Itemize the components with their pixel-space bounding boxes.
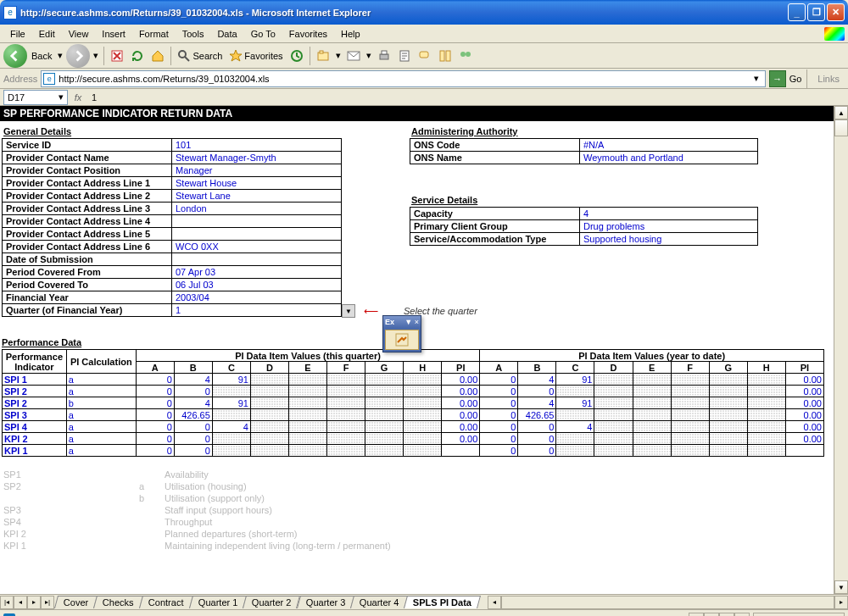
sheet-tab[interactable]: Quarter 2 <box>243 596 300 608</box>
perf-cell[interactable]: 0.00 <box>442 397 480 409</box>
field-value[interactable]: London <box>172 203 342 215</box>
perf-cell[interactable] <box>212 445 250 457</box>
perf-cell[interactable] <box>288 386 326 397</box>
perf-cell[interactable] <box>633 433 671 445</box>
perf-cell[interactable]: 0 <box>136 421 174 433</box>
perf-cell[interactable]: 91 <box>212 397 250 409</box>
perf-cell[interactable]: 0 <box>518 445 556 457</box>
perf-cell[interactable]: 0.00 <box>442 433 480 445</box>
perf-cell[interactable]: 0.00 <box>442 421 480 433</box>
perf-cell[interactable]: 0.00 <box>785 374 823 386</box>
perf-cell[interactable] <box>594 433 633 445</box>
perf-cell[interactable] <box>594 386 633 397</box>
perf-cell[interactable]: 0 <box>480 421 518 433</box>
perf-cell[interactable] <box>327 445 365 457</box>
back-button[interactable] <box>3 44 27 68</box>
perf-cell[interactable] <box>709 409 747 421</box>
tab-nav-first[interactable]: |◂ <box>0 596 14 609</box>
search-button[interactable]: Search <box>175 47 225 65</box>
field-value[interactable]: 2003/04 <box>172 291 342 304</box>
folders-button[interactable] <box>314 47 332 65</box>
perf-cell[interactable] <box>365 421 404 433</box>
perf-cell[interactable] <box>747 397 785 409</box>
perf-cell[interactable] <box>327 374 365 386</box>
refresh-button[interactable] <box>128 47 147 65</box>
field-value[interactable]: 07 Apr 03 <box>172 266 342 279</box>
menu-edit[interactable]: Edit <box>32 27 62 41</box>
perf-cell[interactable] <box>747 386 785 397</box>
perf-cell[interactable] <box>327 409 365 421</box>
perf-cell[interactable] <box>404 374 442 386</box>
perf-cell[interactable]: 4 <box>174 374 212 386</box>
perf-cell[interactable] <box>404 386 442 397</box>
perf-cell[interactable] <box>250 445 288 457</box>
research-button[interactable] <box>436 47 455 65</box>
perf-cell[interactable] <box>556 409 594 421</box>
menu-goto[interactable]: Go To <box>244 27 282 41</box>
forward-button[interactable] <box>66 44 90 68</box>
perf-cell[interactable]: 0.00 <box>442 386 480 397</box>
perf-cell[interactable]: 0 <box>480 445 518 457</box>
perf-cell[interactable]: 0.00 <box>785 421 823 433</box>
close-button[interactable]: ✕ <box>827 3 845 21</box>
perf-cell[interactable]: 4 <box>518 397 556 409</box>
worksheet[interactable]: SP PERFORMANCE INDICATOR RETURN DATA Gen… <box>0 106 834 594</box>
scroll-up-button[interactable]: ▲ <box>834 106 848 119</box>
perf-cell[interactable]: 0 <box>518 433 556 445</box>
address-field[interactable]: e ▾ <box>41 70 765 87</box>
field-value[interactable]: 4 <box>580 208 758 220</box>
favorites-button[interactable]: Favorites <box>226 47 285 65</box>
perf-cell[interactable] <box>633 386 671 397</box>
field-value[interactable]: Supported housing <box>580 233 758 246</box>
back-dropdown[interactable]: ▾ <box>56 47 64 65</box>
sheet-tab[interactable]: Checks <box>93 596 143 608</box>
field-value[interactable] <box>172 228 342 241</box>
perf-cell[interactable] <box>327 433 365 445</box>
perf-cell[interactable] <box>671 421 709 433</box>
field-value[interactable]: Stewart Manager-Smyth <box>172 152 342 164</box>
perf-cell[interactable] <box>327 386 365 397</box>
perf-cell[interactable] <box>747 445 785 457</box>
perf-cell[interactable]: 0.00 <box>442 374 480 386</box>
menu-view[interactable]: View <box>62 27 96 41</box>
perf-cell[interactable]: 0.00 <box>785 409 823 421</box>
perf-cell[interactable] <box>212 409 250 421</box>
perf-cell[interactable] <box>365 445 404 457</box>
perf-cell[interactable] <box>404 433 442 445</box>
menu-favorites[interactable]: Favorites <box>282 27 334 41</box>
sheet-tab[interactable]: Quarter 1 <box>189 596 247 608</box>
perf-cell[interactable]: 4 <box>556 421 594 433</box>
menu-data[interactable]: Data <box>210 27 243 41</box>
floating-toolbar[interactable]: Ex▼ × <box>382 315 421 352</box>
perf-cell[interactable]: 0 <box>174 421 212 433</box>
perf-cell[interactable]: 0 <box>174 433 212 445</box>
sheet-tab[interactable]: Contract <box>139 596 193 608</box>
field-value[interactable]: Stewart Lane <box>172 190 342 203</box>
field-value[interactable]: Manager <box>172 164 342 177</box>
mail-button[interactable] <box>344 47 363 65</box>
perf-cell[interactable] <box>594 374 633 386</box>
home-button[interactable] <box>148 47 167 65</box>
float-body-icon[interactable] <box>385 330 419 350</box>
perf-cell[interactable] <box>212 433 250 445</box>
perf-cell[interactable] <box>747 421 785 433</box>
perf-cell[interactable]: 0.00 <box>785 386 823 397</box>
scroll-down-button[interactable]: ▼ <box>834 580 848 594</box>
perf-cell[interactable] <box>250 421 288 433</box>
sheet-tab[interactable]: SPLS PI Data <box>404 596 481 608</box>
menu-format[interactable]: Format <box>132 27 176 41</box>
forward-dropdown[interactable]: ▾ <box>92 47 100 65</box>
address-dropdown[interactable]: ▾ <box>750 73 763 84</box>
menu-file[interactable]: File <box>3 27 32 41</box>
perf-cell[interactable] <box>365 397 404 409</box>
perf-cell[interactable] <box>671 374 709 386</box>
perf-cell[interactable] <box>785 445 823 457</box>
perf-cell[interactable]: 426.65 <box>174 409 212 421</box>
tab-nav-prev[interactable]: ◂ <box>14 596 27 609</box>
perf-cell[interactable] <box>556 433 594 445</box>
field-value[interactable]: WCO 0XX <box>172 241 342 253</box>
perf-cell[interactable] <box>709 421 747 433</box>
perf-cell[interactable] <box>365 409 404 421</box>
perf-cell[interactable]: 0 <box>136 386 174 397</box>
address-input[interactable] <box>59 74 745 84</box>
